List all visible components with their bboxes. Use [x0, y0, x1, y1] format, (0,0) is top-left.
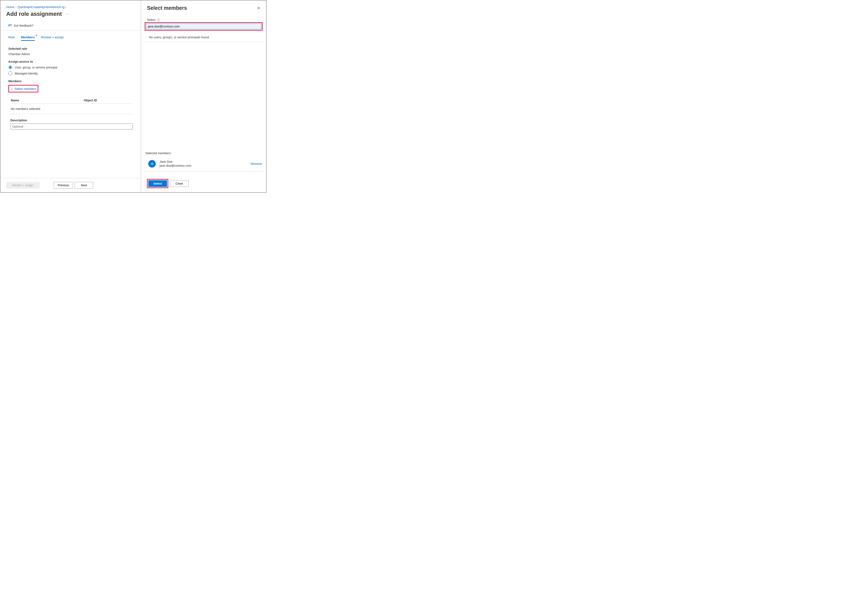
selected-role-value: Chamber Admin	[8, 52, 133, 56]
radio-checked-icon	[8, 65, 12, 69]
panel-spacer	[144, 42, 263, 151]
highlight-select-members: ＋ Select members	[8, 85, 38, 92]
feedback-icon	[8, 24, 12, 27]
feedback-label: Got feedback?	[14, 24, 33, 27]
breadcrumb-home[interactable]: Home	[6, 5, 14, 9]
select-members-link-label: Select members	[15, 87, 37, 90]
panel-header: Select members ✕	[141, 0, 266, 13]
bottom-bar: Review + assign Previous Next	[0, 178, 141, 192]
col-name: Name	[11, 99, 84, 102]
selected-member-row: JD Jane Doe jane.doe@contoso.com Remove	[144, 158, 263, 171]
panel-body: Select i No users, groups, or service pr…	[141, 13, 266, 192]
members-table-empty: No members selected	[11, 104, 133, 114]
main-pane: Home › QuickstartCreateHpcWorkbench-rg ›…	[0, 0, 141, 192]
highlight-search-input	[145, 22, 263, 31]
panel-footer: Select Close	[144, 176, 263, 192]
svg-point-0	[8, 24, 9, 26]
avatar: JD	[148, 160, 156, 168]
radio-user-label: User, group, or service principal	[15, 66, 57, 69]
review-assign-button[interactable]: Review + assign	[6, 182, 40, 188]
tab-members-label: Members	[21, 35, 35, 39]
remove-member-link[interactable]: Remove	[251, 162, 262, 165]
previous-button[interactable]: Previous	[54, 182, 73, 188]
tab-review-assign[interactable]: Review + assign	[41, 35, 64, 41]
radio-user-group-sp[interactable]: User, group, or service principal	[8, 65, 133, 69]
page-title: Add role assignment	[6, 11, 62, 17]
select-button[interactable]: Select	[148, 180, 167, 187]
selected-members-label: Selected members:	[144, 151, 263, 158]
search-results-empty: No users, groups, or service principals …	[144, 31, 263, 42]
plus-icon: ＋	[10, 87, 13, 90]
description-input-wrap	[11, 124, 133, 130]
tab-role[interactable]: Role	[8, 35, 15, 41]
panel-title: Select members	[147, 5, 187, 11]
highlight-select-button: Select	[147, 179, 168, 188]
select-members-panel: Select members ✕ Select i No users, grou…	[141, 0, 266, 192]
radio-unchecked-icon	[8, 71, 12, 75]
radio-managed-label: Managed identity	[15, 72, 38, 75]
member-search-input[interactable]	[146, 23, 261, 29]
members-table-header: Name Object ID	[11, 97, 133, 104]
members-table: Name Object ID No members selected	[11, 97, 133, 114]
form-body: Selected role Chamber Admin Assign acces…	[0, 41, 141, 178]
info-icon[interactable]: i	[157, 18, 160, 21]
app-root: Home › QuickstartCreateHpcWorkbench-rg ›…	[0, 0, 267, 193]
tab-indicator-dot	[36, 35, 37, 36]
selected-role-label: Selected role	[8, 47, 133, 50]
radio-managed-identity[interactable]: Managed identity	[8, 71, 133, 75]
close-icon[interactable]: ✕	[257, 6, 260, 11]
next-button[interactable]: Next	[75, 182, 93, 188]
assign-access-label: Assign access to	[8, 60, 133, 63]
select-label-row: Select i	[144, 18, 263, 22]
tabs: Role Members Review + assign	[0, 31, 141, 41]
more-menu[interactable]: ···	[65, 12, 69, 16]
tab-members[interactable]: Members	[21, 35, 35, 41]
description-input[interactable]	[11, 124, 133, 130]
chevron-right-icon: ›	[66, 6, 67, 9]
select-members-link[interactable]: ＋ Select members	[9, 86, 38, 92]
close-button[interactable]: Close	[170, 180, 188, 187]
members-label: Members	[8, 79, 133, 83]
breadcrumb: Home › QuickstartCreateHpcWorkbench-rg ›	[0, 0, 141, 11]
member-email: jane.doe@contoso.com	[159, 164, 251, 168]
breadcrumb-resource-group[interactable]: QuickstartCreateHpcWorkbench-rg	[18, 5, 64, 9]
chevron-right-icon: ›	[15, 6, 17, 9]
col-object-id: Object ID	[84, 99, 132, 102]
select-label: Select	[147, 18, 155, 21]
feedback-link[interactable]: Got feedback?	[0, 21, 141, 31]
member-name: Jane Doe	[159, 160, 251, 164]
description-label: Description	[11, 119, 133, 122]
member-info: Jane Doe jane.doe@contoso.com	[159, 160, 251, 168]
page-title-row: Add role assignment ···	[0, 11, 141, 21]
